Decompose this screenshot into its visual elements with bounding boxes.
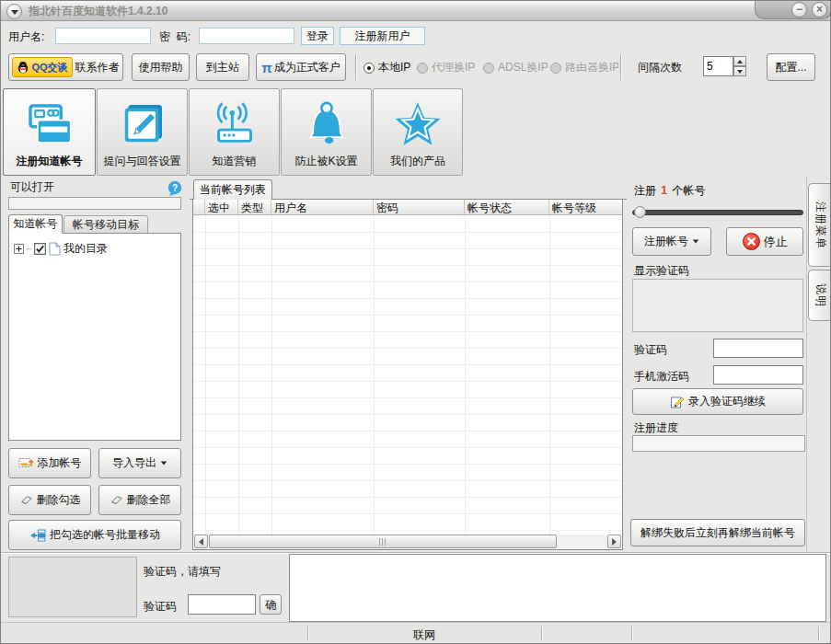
side-tab-register-menu[interactable]: 注册菜单 [808,183,831,267]
current-accounts-tab[interactable]: 当前帐号列表 [193,179,272,200]
tab-anti-ban-settings[interactable]: 防止被K设置 [281,88,372,176]
tab-our-products[interactable]: 我们的产品 [373,88,463,176]
col-level[interactable]: 帐号等级 [549,200,622,214]
tab-question-answer-settings[interactable]: 提问与回答设置 [97,88,188,176]
tree-root-label: 我的目录 [63,241,108,257]
col-status[interactable]: 帐号状态 [465,200,549,214]
chevron-down-icon [11,10,18,15]
register-progress-bar [632,435,805,452]
qq-chat-label: QQ交谈 [31,61,67,75]
captcha-input[interactable] [713,339,803,358]
move-list-icon [29,528,46,543]
tree-expand-icon[interactable] [14,244,24,254]
enter-captcha-continue-button[interactable]: 录入验证码继续 [632,388,803,415]
main-site-button[interactable]: 到主站 [196,53,249,81]
register-count-title: 注册 1 个帐号 [634,183,705,199]
interval-label: 间隔次数 [638,60,682,75]
login-button[interactable]: 登录 [301,27,334,45]
toolbar-separator [620,54,622,80]
arrow-down-icon [737,70,743,74]
arrow-up-icon [737,60,743,63]
table-body[interactable] [193,216,622,535]
slider-track [632,210,803,215]
stop-icon [743,233,760,250]
tab-marketing[interactable]: 知道营销 [189,88,280,176]
captcha-display-box [632,279,803,332]
scroll-left-button[interactable] [194,535,208,548]
arrow-left-icon [199,538,203,546]
register-new-user-button[interactable]: 注册新用户 [340,27,425,45]
toolbar-separator [355,54,357,80]
table-header-row: 选中 类型 用户名 密码 帐号状态 帐号等级 [193,200,622,215]
tab-register-accounts[interactable]: 注册知道帐号 [3,88,96,176]
interval-spinner [703,56,747,76]
config-button[interactable]: 配置... [767,53,815,81]
qq-chat-badge[interactable]: QQ交谈 [12,57,72,77]
scroll-thumb[interactable] [209,535,557,548]
interval-input[interactable] [703,56,733,76]
subtab-know-accounts[interactable]: 知道帐号 [8,214,63,234]
become-customer-label: 成为正式客户 [274,60,340,75]
help-button[interactable]: 使用帮助 [132,53,190,81]
batch-move-button[interactable]: 把勾选的帐号批量移动 [8,520,181,550]
delete-checked-button[interactable]: 删除勾选 [8,485,91,515]
bottom-captcha-input[interactable] [188,594,256,615]
notepad-pencil-icon [117,98,168,150]
window-title: 指北针百度知道软件1.4.2.10 [29,1,167,21]
tree-root-row[interactable]: 我的目录 [14,241,108,257]
window-controls: − × [755,1,831,19]
username-input[interactable] [55,28,151,44]
account-table[interactable]: 选中 类型 用户名 密码 帐号状态 帐号等级 [192,200,623,550]
radio-proxy-ip[interactable]: 代理换IP [417,60,475,75]
spinner-up-button[interactable] [733,56,746,66]
eraser-icon [19,493,33,507]
password-input[interactable] [199,28,294,44]
import-export-button[interactable]: 导入导出 [98,448,181,478]
stop-button[interactable]: 停止 [726,227,803,256]
show-captcha-label: 显示验证码 [634,263,689,279]
subtab-account-move-target[interactable]: 帐号移动目标 [63,215,148,234]
table-hscrollbar[interactable] [194,535,621,548]
account-cards-icon [24,98,75,150]
radio-adsl-ip[interactable]: ADSL换IP [483,60,548,75]
bottom-captcha-image-box [8,557,137,617]
col-username[interactable]: 用户名 [271,200,374,214]
contact-author-button[interactable]: QQ交谈 联系作者 [8,53,123,81]
col-password[interactable]: 密码 [374,200,465,214]
scroll-track[interactable] [208,535,607,548]
scroll-right-button[interactable] [607,535,621,548]
help-bubble-icon[interactable]: ? [167,180,183,197]
open-progress-bar [8,197,181,210]
register-count-value: 1 [661,184,667,197]
window-menu-button[interactable] [6,4,22,19]
col-type[interactable]: 类型 [238,200,271,214]
phone-activation-input[interactable] [713,365,803,385]
become-customer-button[interactable]: π 成为正式客户 [256,53,346,81]
qq-penguin-icon [17,61,29,74]
edit-pencil-icon [670,395,685,409]
captcha-label: 验证码 [634,342,667,358]
bottom-captcha-label: 验证码 [144,599,177,615]
radio-router-ip[interactable]: 路由器换IP [550,60,618,75]
chevron-down-icon [693,240,698,244]
confirm-button[interactable]: 确 [260,594,282,615]
log-output-box[interactable] [289,554,826,622]
register-account-button[interactable]: 注册帐号 [632,227,711,256]
username-label: 用户名: [8,29,44,45]
row-selector-header [193,200,205,214]
minimize-button[interactable]: − [791,2,807,17]
slider-thumb[interactable] [634,206,646,218]
add-account-button[interactable]: 添加帐号 [8,448,91,478]
account-count-slider[interactable] [632,206,803,219]
delete-all-button[interactable]: 删除全部 [98,485,181,515]
checkbox-checked-icon[interactable] [34,243,46,255]
pi-icon: π [261,60,271,75]
side-tab-instructions[interactable]: 说明 [808,270,831,321]
account-tree[interactable]: 我的目录 [8,233,181,441]
svg-text:?: ? [172,183,178,193]
radio-local-ip[interactable]: 本地IP [364,60,410,75]
unbind-retry-button[interactable]: 解绑失败后立刻再解绑当前帐号 [630,519,805,546]
close-button[interactable]: × [812,2,827,17]
spinner-down-button[interactable] [733,66,746,76]
col-selected[interactable]: 选中 [205,200,238,214]
